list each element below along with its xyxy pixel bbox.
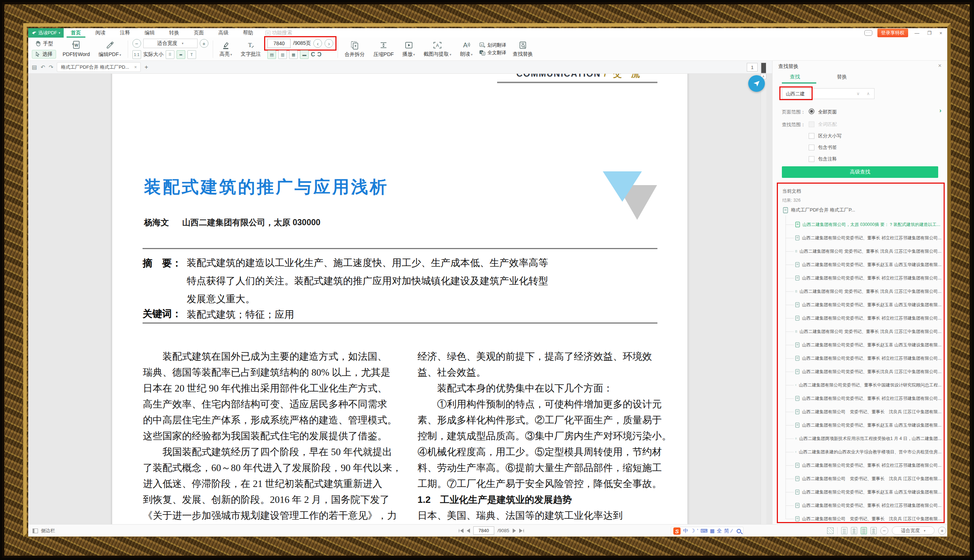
search-input[interactable]: 山西二建 ∨ ∧ (782, 88, 874, 99)
undo-icon[interactable]: ↶ (40, 64, 45, 70)
search-result-item[interactable]: 山西二建集团有限公司党委书记、董事长赵玉喜 山西玉华建设集团有限... (795, 300, 941, 310)
rotate-right-button[interactable]: C (317, 51, 322, 58)
ime-icon[interactable]: ☽ (690, 528, 695, 533)
search-result-item[interactable]: 山西二建集团有限公司党委书记、董事长 祁立柱江苏邗建集团有限公司... (795, 353, 941, 363)
search-result-item[interactable]: 山西二建集团有限公司党委书记、董事长沈良兵 江苏江中集团有限公司... (795, 367, 941, 376)
four-page-view-button[interactable]: ▦ (289, 50, 298, 59)
feedback-chat-icon[interactable]: ··· (864, 30, 872, 36)
menu-tab-阅读[interactable]: 阅读 (88, 28, 113, 38)
search-result-item[interactable]: 山西二建集团有限公司党委书记、董事长 祁立柱江苏邗建集团有限公司... (795, 394, 941, 403)
checkbox[interactable] (809, 145, 814, 150)
checkbox[interactable] (809, 133, 814, 139)
first-page-button[interactable] (459, 528, 463, 533)
play-button[interactable]: 播放▾ (400, 40, 417, 58)
text-annotation-button[interactable]: T 文字批注 (239, 40, 263, 58)
search-result-item[interactable]: 山西二建集团有限公司 党委书记、董事长 沈良兵 江苏江中集团有限公司... (795, 247, 941, 256)
app-logo-button[interactable]: 迅读PDF ▾ (28, 28, 63, 38)
zoom-mode-pill[interactable]: 适合宽度 ▾ (892, 527, 935, 535)
search-result-item[interactable]: 山西二建集团有限公司 党委书记、董事长 沈良兵 江苏江中集团有限... (795, 407, 941, 417)
floating-assistant-button[interactable] (748, 75, 765, 92)
find-next-icon[interactable]: ∨ (856, 91, 860, 96)
ime-search-icon[interactable] (737, 529, 741, 533)
find-replace-button[interactable]: 查找替换 (511, 40, 535, 58)
next-page-button[interactable] (513, 528, 516, 533)
page-range-radio[interactable] (809, 108, 814, 114)
statusbar-page-input[interactable] (473, 527, 494, 535)
actual-size-icon[interactable]: 1:1 (132, 50, 141, 59)
search-result-item[interactable]: 山西二建集团承建的山西农业大学综合教学楼项目、晋中市公共租赁住房... (795, 447, 941, 457)
search-result-item[interactable]: 山西二建集团两项新技术应用示范工程接受验收1 月 4 日，山西二建集团... (795, 434, 941, 443)
ime-icon[interactable]: ▦ (710, 528, 715, 533)
search-result-item[interactable]: 山西二建集团有限公司 党委书记、董事长 沈良兵 江苏江中集团有限... (795, 514, 941, 522)
fit-text-button[interactable]: T (187, 50, 196, 59)
tab-close-icon[interactable]: × (134, 64, 137, 70)
previous-page-button[interactable]: ‹ (313, 39, 322, 48)
search-result-item[interactable]: 山西二建集团有限公司党委书记、董事长 祁立柱江苏邗建集团有限公司... (795, 273, 941, 283)
save-icon[interactable]: ▤ (32, 64, 37, 70)
toolbar-page-input[interactable] (267, 39, 291, 48)
rotate-left-button[interactable]: C (311, 51, 315, 58)
panel-close-icon[interactable]: × (938, 63, 941, 69)
ime-icon[interactable]: 简 (724, 528, 729, 533)
menu-tab-高级[interactable]: 高级 (211, 28, 236, 38)
search-result-item[interactable]: 山西二建集团有限公司，太原 030000摘 要：？装配式建筑的建造以工... (795, 220, 941, 229)
document-viewport[interactable]: COMMUNICATION / 交流 装配式建筑的推广与应用浅析 杨海文 山西二… (28, 74, 772, 524)
book-mode-button[interactable] (870, 527, 877, 534)
search-result-item[interactable]: 山西二建集团有限公司党委书记、董事长中国建筑设计研究院顾问总工程... (795, 380, 941, 390)
edit-pdf-button[interactable]: 编辑PDF▾ (96, 40, 124, 58)
search-result-item[interactable]: 山西二建集团有限公司 党委书记、董事长 沈良兵 江苏江中集团有限公司... (795, 327, 941, 336)
vertical-scrollbar[interactable] (760, 62, 766, 524)
redo-icon[interactable]: ↷ (49, 64, 53, 70)
two-page-mode-button[interactable] (851, 527, 857, 534)
search-result-item[interactable]: 山西二建集团有限公司党委书记、董事长 祁立柱江苏邗建集团有限公司... (795, 461, 941, 470)
search-result-item[interactable]: 山西二建集团有限公司党委书记、董事长赵玉喜 山西玉华建设集团有限... (795, 260, 941, 269)
search-result-item[interactable]: 山西二建集团有限公司 党委书记、董事长 沈良兵 江苏江中集团有限公司... (795, 287, 941, 296)
menu-tab-编辑[interactable]: 编辑 (137, 28, 162, 38)
menu-tab-注释[interactable]: 注释 (113, 28, 137, 38)
close-button[interactable]: × (938, 30, 944, 36)
page-range-expand-icon[interactable]: › (939, 107, 941, 114)
ime-icon[interactable]: ’ (697, 528, 698, 533)
restore-button[interactable]: ❐ (926, 30, 933, 36)
fit-width-button[interactable]: ⬌ (177, 50, 185, 59)
feature-search-button[interactable]: 功能搜索 (261, 28, 297, 38)
fit-page-button[interactable]: ⠿ (166, 50, 174, 59)
sidebar-toggle[interactable]: 侧边栏 (33, 527, 55, 534)
zoom-in-button[interactable]: + (200, 39, 209, 48)
minimize-button[interactable]: — (913, 30, 921, 36)
ime-icon[interactable]: 中 (683, 528, 688, 533)
continuous-view-button[interactable]: ▬ (300, 50, 309, 59)
two-page-view-button[interactable]: ▥ (278, 50, 287, 59)
thumbnail-view-icon[interactable] (827, 527, 834, 534)
find-previous-icon[interactable]: ∧ (867, 91, 870, 96)
word-translate-button[interactable]: A 划词翻译 (479, 42, 506, 48)
search-result-item[interactable]: 山西二建集团有限公司党委书记、董事长赵玉喜 山西玉华建设集团有限... (795, 420, 941, 430)
zoom-in-button[interactable]: + (938, 527, 946, 535)
compress-pdf-button[interactable]: 压缩PDF (371, 40, 396, 58)
full-translate-button[interactable]: A文 全文翻译 (479, 50, 506, 56)
menu-tab-转换[interactable]: 转换 (162, 28, 187, 38)
search-result-item[interactable]: 山西二建集团有限公司党委书记、董事长 祁立柱江苏邗建集团有限公司... (795, 501, 941, 510)
menu-tab-首页[interactable]: 首页 (63, 28, 88, 38)
merge-split-button[interactable]: 合并拆分 (342, 40, 367, 58)
ime-icon[interactable]: ⌨ (700, 528, 708, 533)
highlight-button[interactable]: 高亮▾ (217, 40, 234, 58)
hand-tool-button[interactable]: 手型 (32, 39, 56, 48)
ime-icon[interactable]: 全 (717, 528, 722, 533)
find-option-包含书签[interactable]: 包含书签 (809, 144, 837, 151)
checkbox[interactable] (809, 156, 814, 162)
tab-replace[interactable]: 替换 (837, 74, 847, 80)
find-option-包含注释[interactable]: 包含注释 (809, 156, 837, 162)
scrollbar-thumb[interactable] (761, 63, 766, 73)
ime-icon[interactable]: ∕ (731, 528, 732, 533)
results-root-item[interactable]: 格式工厂PDF合并 格式工厂P... (783, 207, 855, 213)
advanced-find-button[interactable]: 高级查找 (782, 166, 938, 178)
new-tab-button[interactable]: + (144, 63, 148, 71)
login-button[interactable]: 登录享特权 (877, 28, 908, 37)
search-result-item[interactable]: 山西二建集团有限公司党委书记、董事长赵玉喜 山西玉华建设集团有限... (795, 487, 941, 497)
single-page-view-button[interactable]: ▤ (267, 50, 276, 59)
select-tool-button[interactable]: 选择 (32, 50, 56, 58)
single-page-mode-button[interactable] (841, 527, 847, 534)
search-result-item[interactable]: 山西二建集团有限公司党委书记、董事长赵玉喜 山西玉华建设集团有限... (795, 340, 941, 350)
previous-page-button[interactable] (467, 528, 470, 533)
